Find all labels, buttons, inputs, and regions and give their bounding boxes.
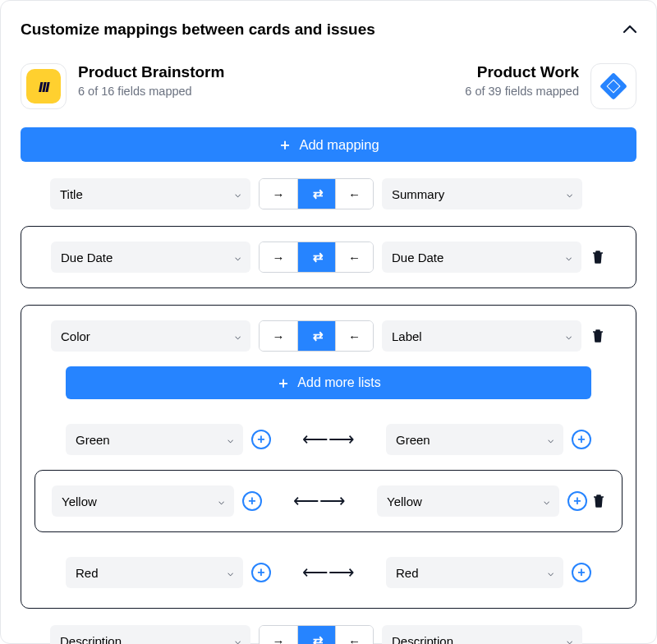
direction-right-to-left[interactable]: ← <box>335 242 373 272</box>
chevron-down-icon: ⌵ <box>227 567 233 578</box>
source-app-sub: 6 of 16 fields mapped <box>78 85 224 98</box>
mapping-row-due-date-frame: Due Date⌵ → ⇄ ← Due Date⌵ <box>21 226 636 288</box>
add-value-right-icon[interactable]: + <box>572 430 591 449</box>
field-select-right[interactable]: Due Date⌵ <box>382 242 581 273</box>
add-value-left-icon[interactable]: + <box>251 563 271 582</box>
jira-icon <box>590 63 636 109</box>
chevron-down-icon: ⌵ <box>548 434 554 445</box>
direction-left-to-right[interactable]: → <box>260 626 297 644</box>
plus-icon: ＋ <box>276 375 291 390</box>
mapping-row-due-date: Due Date⌵ → ⇄ ← Due Date⌵ <box>21 242 636 273</box>
list-select-left[interactable]: Red⌵ <box>66 557 243 588</box>
target-app-name: Product Work <box>465 63 579 81</box>
chevron-down-icon: ⌵ <box>235 330 241 342</box>
chevron-down-icon: ⌵ <box>235 188 241 200</box>
direction-right-to-left[interactable]: ← <box>335 321 373 351</box>
field-select-left[interactable]: Color⌵ <box>51 320 250 352</box>
chevron-down-icon: ⌵ <box>544 495 549 507</box>
list-mapping-green: Green⌵ + ⟵⟶ Green⌵ + <box>21 424 636 455</box>
list-select-right[interactable]: Green⌵ <box>386 424 563 455</box>
list-mapping-red: Red⌵ + ⟵⟶ Red⌵ + <box>21 557 636 588</box>
direction-both[interactable]: ⇄ <box>297 179 335 209</box>
delete-icon[interactable] <box>591 250 604 264</box>
direction-toggle[interactable]: → ⇄ ← <box>259 242 374 273</box>
bidirectional-arrow-icon: ⟵⟶ <box>279 562 378 583</box>
mapping-row-color: Color⌵ → ⇄ ← Label⌵ <box>21 320 636 352</box>
list-mapping-yellow: Yellow⌵ + ⟵⟶ Yellow⌵ + <box>35 485 622 517</box>
list-select-right[interactable]: Red⌵ <box>386 557 563 588</box>
chevron-down-icon: ⌵ <box>235 251 241 263</box>
field-select-right[interactable]: Label⌵ <box>382 320 581 352</box>
add-value-left-icon[interactable]: + <box>242 491 262 511</box>
add-value-right-icon[interactable]: + <box>567 491 587 511</box>
collapse-icon[interactable] <box>623 25 636 34</box>
bidirectional-arrow-icon: ⟵⟶ <box>270 490 369 512</box>
bidirectional-arrow-icon: ⟵⟶ <box>279 429 378 450</box>
chevron-down-icon: ⌵ <box>227 434 233 445</box>
direction-toggle[interactable]: → ⇄ ← <box>259 178 374 209</box>
chevron-down-icon: ⌵ <box>567 635 572 644</box>
chevron-down-icon: ⌵ <box>566 330 572 342</box>
field-select-left[interactable]: Title⌵ <box>50 178 250 209</box>
source-app: ııı Product Brainstorm 6 of 16 fields ma… <box>21 63 224 109</box>
list-select-left[interactable]: Green⌵ <box>66 424 243 455</box>
direction-right-to-left[interactable]: ← <box>335 179 373 209</box>
direction-toggle[interactable]: → ⇄ ← <box>259 625 374 644</box>
direction-left-to-right[interactable]: → <box>260 321 297 351</box>
target-app-sub: 6 of 39 fields mapped <box>465 85 579 98</box>
target-app: Product Work 6 of 39 fields mapped <box>465 63 636 109</box>
chevron-down-icon: ⌵ <box>235 635 241 644</box>
delete-icon[interactable] <box>591 329 604 343</box>
direction-both[interactable]: ⇄ <box>297 242 335 272</box>
list-select-left[interactable]: Yellow⌵ <box>52 485 234 517</box>
miro-icon: ııı <box>21 63 67 109</box>
field-select-left[interactable]: Due Date⌵ <box>51 242 250 273</box>
direction-both[interactable]: ⇄ <box>297 626 335 644</box>
chevron-down-icon: ⌵ <box>548 567 554 578</box>
mapping-row-color-frame: Color⌵ → ⇄ ← Label⌵ ＋ Add more lists G <box>21 305 636 609</box>
field-select-right[interactable]: Summary⌵ <box>382 178 582 209</box>
direction-both[interactable]: ⇄ <box>297 321 335 351</box>
list-select-right[interactable]: Yellow⌵ <box>377 485 559 517</box>
add-value-right-icon[interactable]: + <box>572 563 591 582</box>
section-header: Customize mappings between cards and iss… <box>21 21 636 39</box>
chevron-down-icon: ⌵ <box>567 188 572 200</box>
chevron-down-icon: ⌵ <box>566 251 572 263</box>
delete-icon[interactable] <box>592 494 605 508</box>
direction-toggle[interactable]: → ⇄ ← <box>259 320 374 352</box>
mapping-row-description: Description⌵ → ⇄ ← Description⌵ 🗑 <box>21 625 636 644</box>
section-title: Customize mappings between cards and iss… <box>21 21 375 39</box>
field-select-left[interactable]: Description⌵ <box>50 625 250 644</box>
chevron-down-icon: ⌵ <box>218 495 224 507</box>
field-select-right[interactable]: Description⌵ <box>382 625 582 644</box>
direction-left-to-right[interactable]: → <box>260 242 297 272</box>
source-app-name: Product Brainstorm <box>78 63 224 81</box>
add-value-left-icon[interactable]: + <box>251 430 271 449</box>
add-more-lists-button[interactable]: ＋ Add more lists <box>66 366 591 399</box>
list-mapping-yellow-frame: Yellow⌵ + ⟵⟶ Yellow⌵ + <box>34 470 623 532</box>
direction-right-to-left[interactable]: ← <box>335 626 373 644</box>
plus-icon: ＋ <box>278 137 292 152</box>
direction-left-to-right[interactable]: → <box>260 179 297 209</box>
mapping-row-title: Title⌵ → ⇄ ← Summary⌵ 🗑 <box>21 178 636 209</box>
add-mapping-button[interactable]: ＋ Add mapping <box>21 127 636 162</box>
